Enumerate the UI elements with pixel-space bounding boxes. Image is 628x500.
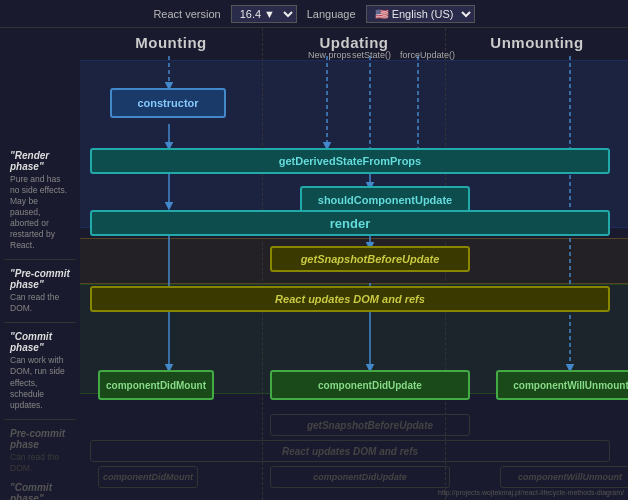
react-updates-dom-dim-box: React updates DOM and refs (90, 440, 610, 462)
forceupdate-label: forceUpdate() (400, 50, 455, 60)
component-did-update-box: componentDidUpdate (270, 370, 470, 400)
commit-phase-label: "Commit phase" Can work with DOM, run si… (4, 327, 76, 414)
unmounting-column: Unmounting (446, 28, 628, 500)
component-did-mount-box: componentDidMount (98, 370, 214, 400)
main-content: "Render phase" Pure and has no side effe… (0, 28, 628, 500)
new-props-label: New props (308, 50, 351, 60)
label-divider-2 (4, 322, 76, 323)
unmounting-title: Unmounting (490, 28, 583, 61)
lifecycle-diagram: Mounting Updating Unmounting (80, 28, 628, 500)
precommit-phase-desc: Can read the DOM. (10, 292, 70, 314)
react-version-label: React version (153, 8, 220, 20)
setstate-label: setState() (352, 50, 391, 60)
language-label: Language (307, 8, 356, 20)
phase-labels: "Render phase" Pure and has no side effe… (0, 28, 80, 500)
render-box: render (90, 210, 610, 236)
react-updates-dom-box: React updates DOM and refs (90, 286, 610, 312)
component-did-update-dim-box: componentDidUpdate (270, 466, 450, 488)
get-snapshot-dim-box: getSnapshotBeforeUpdate (270, 414, 470, 436)
precommit-dim-desc: Can read the DOM. (10, 452, 70, 474)
label-divider-1 (4, 259, 76, 260)
react-version-select[interactable]: 16.4 ▼ (231, 5, 297, 23)
constructor-box: constructor (110, 88, 226, 118)
component-will-unmount-dim-box: componentWillUnmount (500, 466, 628, 488)
render-phase-label: "Render phase" Pure and has no side effe… (4, 146, 76, 255)
render-phase-title: "Render phase" (10, 150, 70, 172)
url-credit: http://projects.wojtekmaj.pl/react-lifec… (438, 489, 624, 496)
top-bar: React version 16.4 ▼ Language 🇺🇸 English… (0, 0, 628, 28)
commit-dim-label: "Commit phase" Can work with DOM, run si… (4, 478, 76, 500)
commit-dim-title: "Commit phase" (10, 482, 70, 500)
commit-phase-desc: Can work with DOM, run side effects, sch… (10, 355, 70, 410)
get-snapshot-box: getSnapshotBeforeUpdate (270, 246, 470, 272)
component-did-mount-dim-box: componentDidMount (98, 466, 198, 488)
commit-phase-title: "Commit phase" (10, 331, 70, 353)
precommit-dim-label: Pre-commit phase Can read the DOM. (4, 424, 76, 478)
language-select[interactable]: 🇺🇸 English (US) (366, 5, 475, 23)
precommit-phase-label: "Pre-commit phase" Can read the DOM. (4, 264, 76, 318)
label-divider-3 (4, 419, 76, 420)
precommit-dim-title: Pre-commit phase (10, 428, 70, 450)
mounting-title: Mounting (135, 28, 206, 61)
render-phase-desc: Pure and has no side effects. May be pau… (10, 174, 70, 251)
precommit-phase-title: "Pre-commit phase" (10, 268, 70, 290)
component-will-unmount-box: componentWillUnmount (496, 370, 628, 400)
get-derived-state-box: getDerivedStateFromProps (90, 148, 610, 174)
